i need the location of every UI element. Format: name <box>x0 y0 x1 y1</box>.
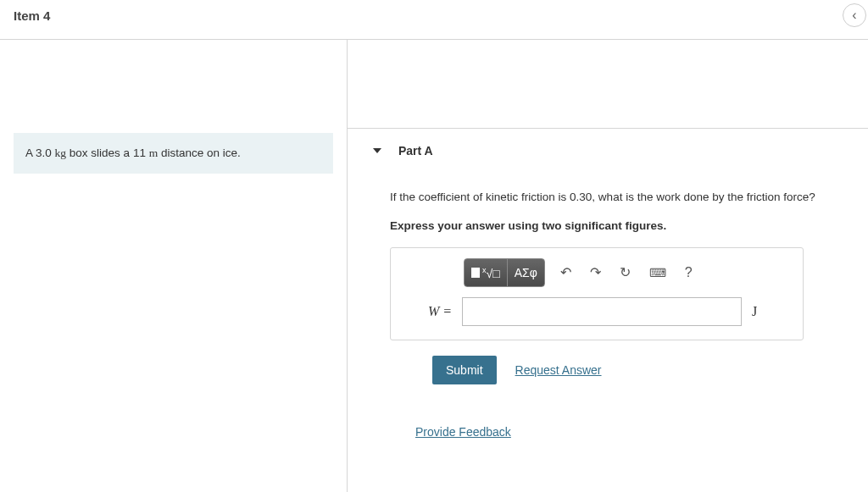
toolbar-icons: ↶ ↷ ↻ ⌨ ? <box>560 264 693 280</box>
submit-button[interactable]: Submit <box>432 356 497 384</box>
tail-text: distance on ice. <box>161 146 241 159</box>
body-split: A 3.0 kg box slides a 11 m distance on i… <box>0 40 868 492</box>
header-bar: Item 4 ‹ <box>0 0 868 40</box>
answer-input[interactable] <box>462 297 742 326</box>
problem-column: A 3.0 kg box slides a 11 m distance on i… <box>0 40 348 492</box>
answer-column: Part A If the coefficient of kinetic fri… <box>348 40 868 492</box>
keyboard-icon[interactable]: ⌨ <box>649 266 666 279</box>
root-icon: x√□ <box>482 266 500 280</box>
equation-row: W = J <box>403 297 791 326</box>
equation-unit: J <box>752 304 757 319</box>
equation-lhs: W = <box>403 304 452 319</box>
mass-unit: kg <box>55 146 67 159</box>
problem-statement: A 3.0 kg box slides a 11 m distance on i… <box>14 133 333 174</box>
mass-value: 3.0 <box>36 146 52 159</box>
collapse-triangle-icon <box>373 148 381 153</box>
verb: box slides a <box>70 146 130 159</box>
distance-value: 11 <box>133 146 146 159</box>
feedback-link[interactable]: Provide Feedback <box>415 425 511 439</box>
part-header[interactable]: Part A <box>348 128 868 173</box>
request-answer-link[interactable]: Request Answer <box>515 363 602 377</box>
help-icon[interactable]: ? <box>685 265 693 280</box>
answer-card: x√□ ΑΣφ ↶ ↷ ↻ ⌨ ? <box>390 247 804 340</box>
greek-button[interactable]: ΑΣφ <box>507 259 544 286</box>
box-icon <box>471 268 480 278</box>
distance-unit: m <box>149 146 159 159</box>
greek-label: ΑΣφ <box>515 266 537 279</box>
question-text: If the coefficient of kinetic friction i… <box>390 173 868 214</box>
action-row: Submit Request Answer <box>432 356 868 384</box>
part-content: If the coefficient of kinetic friction i… <box>348 173 868 439</box>
prev-item-button[interactable]: ‹ <box>843 3 866 27</box>
instruction-text: Express your answer using two significan… <box>390 214 868 247</box>
part-label: Part A <box>398 144 433 158</box>
undo-icon[interactable]: ↶ <box>560 264 571 280</box>
provide-feedback[interactable]: Provide Feedback <box>415 425 868 439</box>
templates-button[interactable]: x√□ <box>465 259 507 286</box>
toolbar-group: x√□ ΑΣφ <box>464 258 545 287</box>
redo-icon[interactable]: ↷ <box>590 264 601 280</box>
equation-toolbar: x√□ ΑΣφ ↶ ↷ ↻ ⌨ ? <box>464 258 791 287</box>
reset-icon[interactable]: ↻ <box>620 264 631 280</box>
page-root: Item 4 ‹ A 3.0 kg box slides a 11 m dist… <box>0 0 868 492</box>
chevron-left-icon: ‹ <box>852 8 856 23</box>
item-title: Item 4 <box>14 8 50 23</box>
